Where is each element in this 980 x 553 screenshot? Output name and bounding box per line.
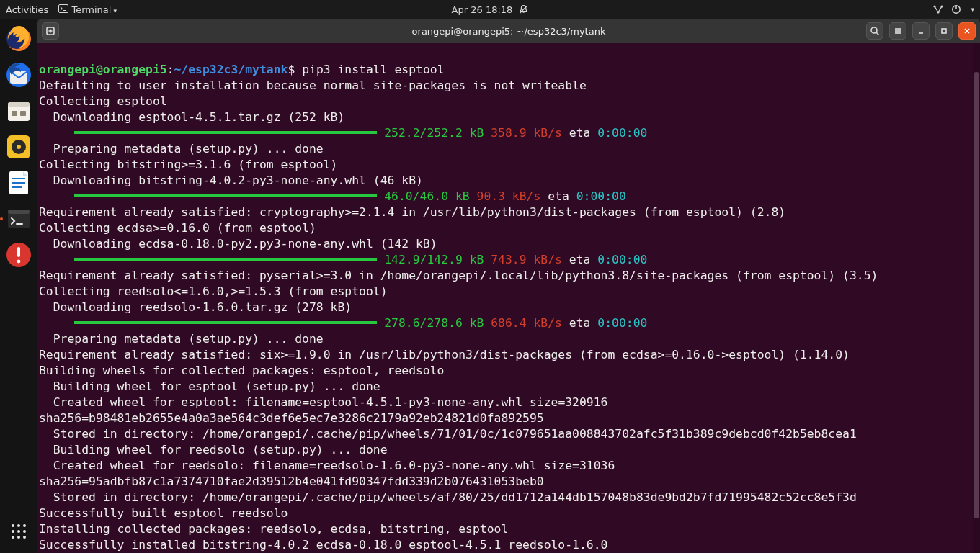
maximize-button[interactable] xyxy=(935,22,953,40)
network-icon[interactable] xyxy=(932,4,944,14)
output-line: Downloading esptool-4.5.1.tar.gz (252 kB… xyxy=(39,110,344,124)
prompt-user: orangepi@orangepi5 xyxy=(39,63,167,76)
close-button[interactable] xyxy=(958,22,976,40)
output-line: Downloading reedsolo-1.6.0.tar.gz (278 k… xyxy=(39,300,352,314)
music-icon xyxy=(4,132,33,161)
svg-rect-22 xyxy=(8,102,30,107)
progress-eta: 0:00:00 xyxy=(597,126,647,140)
svg-point-43 xyxy=(12,536,14,539)
output-line: Successfully installed bitstring-4.0.2 e… xyxy=(39,538,607,552)
dock-rhythmbox[interactable] xyxy=(3,131,35,163)
output-line: Stored in directory: /home/orangepi/.cac… xyxy=(39,427,857,441)
clock-label: Apr 26 18:18 xyxy=(452,4,513,15)
show-apps-button[interactable] xyxy=(4,517,33,546)
dock-files[interactable] xyxy=(3,95,35,127)
svg-line-11 xyxy=(876,32,879,35)
dock-libreoffice-writer[interactable] xyxy=(3,167,35,199)
progress-size: 142.9/142.9 kB xyxy=(384,253,484,266)
svg-point-10 xyxy=(871,27,877,33)
progress-speed: 686.4 kB/s xyxy=(491,316,562,330)
clock[interactable]: Apr 26 18:18 xyxy=(452,4,529,15)
close-icon xyxy=(962,26,972,36)
chevron-down-icon[interactable]: ▾ xyxy=(971,6,974,13)
hamburger-icon xyxy=(893,26,903,36)
output-line: Requirement already satisfied: pyserial>… xyxy=(39,269,878,282)
alert-icon xyxy=(4,240,33,269)
app-menu-label: Terminal xyxy=(71,4,111,15)
progress-speed: 743.9 kB/s xyxy=(491,253,562,266)
output-line: Requirement already satisfied: six>=1.9.… xyxy=(39,348,850,361)
terminal-titlebar: orangepi@orangepi5: ~/esp32c3/mytank xyxy=(37,19,980,43)
svg-point-38 xyxy=(17,524,20,527)
svg-point-44 xyxy=(17,536,20,539)
new-tab-button[interactable] xyxy=(42,22,59,40)
svg-point-40 xyxy=(12,530,14,533)
app-menu[interactable]: Terminal▾ xyxy=(58,4,117,15)
firefox-icon xyxy=(4,24,33,53)
svg-point-39 xyxy=(23,524,26,527)
progress-speed: 358.9 kB/s xyxy=(491,126,562,140)
maximize-icon xyxy=(939,26,949,36)
output-line: Created wheel for reedsolo: filename=ree… xyxy=(39,458,979,490)
svg-rect-35 xyxy=(17,247,20,257)
output-line: Successfully built esptool reedsolo xyxy=(39,506,288,520)
minimize-icon xyxy=(916,26,926,36)
prompt-path: ~/esp32c3/mytank xyxy=(174,63,288,76)
scrollbar-thumb[interactable] xyxy=(974,72,979,518)
notification-bell-muted-icon xyxy=(518,4,528,14)
progress-bar xyxy=(74,194,377,197)
terminal-viewport[interactable]: orangepi@orangepi5:~/esp32c3/mytank$ pip… xyxy=(37,43,980,553)
output-line: Preparing metadata (setup.py) ... done xyxy=(39,142,324,156)
svg-rect-33 xyxy=(8,210,30,214)
gnome-top-panel: Activities Terminal▾ Apr 26 18:18 ▾ xyxy=(0,0,980,19)
dock-software-updater[interactable] xyxy=(3,239,35,271)
progress-eta: 0:00:00 xyxy=(597,253,647,266)
output-line: Collecting reedsolo<=1.6.0,>=1.5.3 (from… xyxy=(39,284,388,298)
svg-point-41 xyxy=(17,530,20,533)
grid-icon xyxy=(9,522,28,541)
new-tab-icon xyxy=(45,26,55,36)
chevron-down-icon: ▾ xyxy=(113,7,117,14)
output-line: Downloading ecdsa-0.18.0-py2.py3-none-an… xyxy=(39,237,437,251)
menu-button[interactable] xyxy=(889,22,906,40)
terminal-app-icon xyxy=(4,204,33,233)
svg-point-27 xyxy=(17,145,21,149)
svg-point-42 xyxy=(23,530,26,533)
activities-button[interactable]: Activities xyxy=(6,4,48,15)
svg-rect-16 xyxy=(942,29,946,33)
svg-rect-24 xyxy=(20,111,26,116)
output-line: Downloading bitstring-4.0.2-py3-none-any… xyxy=(39,174,423,187)
output-line: Collecting ecdsa>=0.16.0 (from esptool) xyxy=(39,221,316,235)
svg-rect-23 xyxy=(12,111,17,116)
power-icon[interactable] xyxy=(951,4,961,14)
output-line: Stored in directory: /home/orangepi/.cac… xyxy=(39,490,857,504)
progress-size: 252.2/252.2 kB xyxy=(384,126,484,140)
output-line: Collecting esptool xyxy=(39,94,167,108)
document-icon xyxy=(4,168,33,197)
progress-bar xyxy=(74,321,377,324)
search-button[interactable] xyxy=(866,22,883,40)
output-line: Building wheels for collected packages: … xyxy=(39,364,444,377)
output-line: Created wheel for esptool: filename=espt… xyxy=(39,395,979,426)
scrollbar[interactable] xyxy=(973,43,980,553)
window-title: orangepi@orangepi5: ~/esp32c3/mytank xyxy=(412,26,606,37)
progress-size: 46.0/46.0 kB xyxy=(384,189,469,203)
dock-terminal[interactable] xyxy=(3,203,35,235)
svg-point-36 xyxy=(17,260,21,264)
progress-bar xyxy=(74,131,377,134)
progress-size: 278.6/278.6 kB xyxy=(384,316,484,330)
minimize-button[interactable] xyxy=(912,22,930,40)
progress-speed: 90.3 kB/s xyxy=(477,189,541,203)
search-icon xyxy=(870,26,880,36)
progress-eta: 0:00:00 xyxy=(576,189,626,203)
output-line: Collecting bitstring>=3.1.6 (from esptoo… xyxy=(39,158,337,171)
output-line: Requirement already satisfied: cryptogra… xyxy=(39,205,785,219)
dock-thunderbird[interactable] xyxy=(3,59,35,91)
progress-eta: 0:00:00 xyxy=(597,316,647,330)
output-line: Defaulting to user installation because … xyxy=(39,78,587,92)
terminal-content: orangepi@orangepi5:~/esp32c3/mytank$ pip… xyxy=(39,62,979,553)
output-line: Installing collected packages: reedsolo,… xyxy=(39,522,508,536)
command-input: pip3 install esptool xyxy=(302,63,444,76)
progress-bar xyxy=(74,258,377,261)
dock-firefox[interactable] xyxy=(3,23,35,55)
